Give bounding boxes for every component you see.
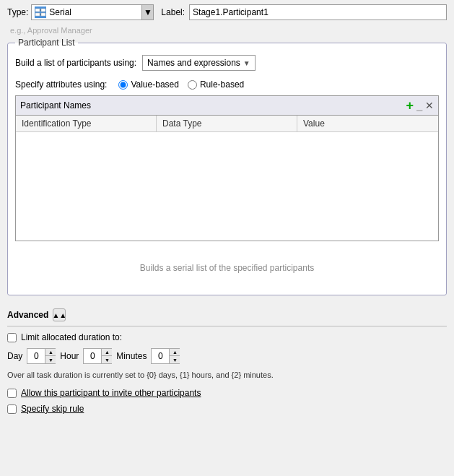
participant-names-title: Participant Names xyxy=(20,100,91,111)
hour-arrows: ▲ ▼ xyxy=(101,349,112,363)
participant-names-section: Participant Names + ⎯ ✕ Identification T… xyxy=(15,95,439,241)
hour-input[interactable] xyxy=(84,349,101,363)
build-row: Build a list of participants using: Name… xyxy=(15,55,439,71)
label-label: Label: xyxy=(161,7,185,17)
build-dropdown[interactable]: Names and expressions ▼ xyxy=(142,55,256,71)
top-bar: Type: Serial ▼ Label: xyxy=(0,0,454,25)
collapse-icon: ▲▲ xyxy=(52,311,66,319)
specify-row: Specify attributes using: Value-based Ru… xyxy=(15,79,439,90)
build-dropdown-arrow: ▼ xyxy=(243,59,250,67)
add-participant-button[interactable]: + xyxy=(406,99,414,112)
svg-rect-3 xyxy=(41,13,45,16)
minutes-up[interactable]: ▲ xyxy=(170,349,180,356)
participant-names-header: Participant Names + ⎯ ✕ xyxy=(16,96,438,116)
collapse-button[interactable]: ▲▲ xyxy=(53,308,66,321)
day-down[interactable]: ▼ xyxy=(45,356,56,363)
radio-value-based[interactable]: Value-based xyxy=(118,79,179,90)
minutes-down[interactable]: ▼ xyxy=(170,356,180,363)
limit-duration-checkbox[interactable] xyxy=(7,333,17,342)
header-actions: + ⎯ ✕ xyxy=(406,99,434,112)
build-dropdown-text: Names and expressions xyxy=(147,58,240,68)
day-up[interactable]: ▲ xyxy=(45,349,56,356)
minutes-arrows: ▲ ▼ xyxy=(169,349,180,363)
advanced-label: Advanced xyxy=(7,310,48,320)
serial-icon xyxy=(35,7,46,18)
placeholder-section: e.g., Approval Manager xyxy=(0,26,454,38)
hour-spinner[interactable]: ▲ ▼ xyxy=(83,348,112,364)
skip-rule-label[interactable]: Specify skip rule xyxy=(21,404,84,414)
minutes-spinner[interactable]: ▲ ▼ xyxy=(151,348,180,364)
hour-down[interactable]: ▼ xyxy=(102,356,112,363)
radio-value-based-label: Value-based xyxy=(131,79,179,90)
minutes-label: Minutes xyxy=(116,351,147,361)
advanced-divider xyxy=(7,326,447,326)
actions-separator: ⎯ xyxy=(416,100,422,111)
radio-group: Value-based Rule-based xyxy=(118,79,244,90)
minutes-input[interactable] xyxy=(152,349,169,363)
limit-duration-label[interactable]: Limit allocated duration to: xyxy=(21,332,122,342)
svg-rect-1 xyxy=(41,9,45,12)
allow-invite-label[interactable]: Allow this participant to invite other p… xyxy=(21,388,201,398)
day-arrows: ▲ ▼ xyxy=(45,349,56,363)
radio-rule-based[interactable]: Rule-based xyxy=(188,79,244,90)
participant-list-legend: Participant List xyxy=(15,38,78,48)
radio-value-based-input[interactable] xyxy=(118,80,128,90)
build-label: Build a list of participants using: xyxy=(15,58,136,68)
allow-invite-checkbox[interactable] xyxy=(7,389,17,398)
label-section: Label: xyxy=(161,4,447,20)
svg-rect-2 xyxy=(35,13,40,16)
hour-up[interactable]: ▲ xyxy=(102,349,112,356)
day-label: Day xyxy=(7,351,22,361)
duration-info-text: Over all task duration is currently set … xyxy=(7,370,447,381)
col-data-type: Data Type xyxy=(157,116,297,131)
type-wrapper: Type: Serial ▼ xyxy=(7,4,154,20)
hour-label: Hour xyxy=(60,351,79,361)
duration-inputs-row: Day ▲ ▼ Hour ▲ ▼ Minutes ▲ ▼ xyxy=(7,348,447,364)
skip-rule-row: Specify skip rule xyxy=(7,404,447,414)
serial-svg xyxy=(35,7,46,18)
type-label: Type: xyxy=(7,7,28,17)
table-body xyxy=(16,132,438,241)
col-identification-type: Identification Type xyxy=(16,116,157,131)
radio-rule-based-label: Rule-based xyxy=(200,79,244,90)
day-spinner[interactable]: ▲ ▼ xyxy=(27,348,56,364)
info-text: Builds a serial list of the specified pa… xyxy=(15,248,439,287)
specify-label: Specify attributes using: xyxy=(15,79,107,90)
limit-duration-row: Limit allocated duration to: xyxy=(7,332,447,342)
radio-rule-based-input[interactable] xyxy=(188,80,197,90)
svg-rect-0 xyxy=(35,9,40,12)
type-select[interactable]: Serial ▼ xyxy=(31,4,154,20)
label-placeholder: e.g., Approval Manager xyxy=(7,26,447,35)
day-input[interactable] xyxy=(27,349,45,363)
advanced-header: Advanced ▲▲ xyxy=(7,306,447,324)
allow-invite-row: Allow this participant to invite other p… xyxy=(7,388,447,398)
skip-rule-checkbox[interactable] xyxy=(7,404,17,414)
advanced-section: Advanced ▲▲ Limit allocated duration to:… xyxy=(0,301,454,424)
participant-list-group: Participant List Build a list of partici… xyxy=(7,38,447,295)
table-header: Identification Type Data Type Value xyxy=(16,116,438,132)
remove-participant-button[interactable]: ✕ xyxy=(425,100,434,111)
type-dropdown-arrow[interactable]: ▼ xyxy=(141,5,153,20)
col-value: Value xyxy=(297,116,438,131)
label-input[interactable] xyxy=(189,4,447,20)
type-value: Serial xyxy=(49,7,150,17)
